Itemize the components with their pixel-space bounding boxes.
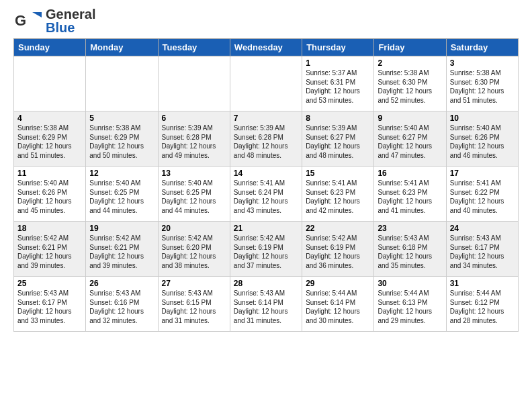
svg-text:G: G: [15, 12, 26, 29]
day-number: 22: [306, 224, 370, 233]
day-number: 13: [162, 169, 226, 178]
day-number: 17: [450, 169, 515, 178]
day-cell-8: 8Sunrise: 5:39 AM Sunset: 6:27 PM Daylig…: [302, 111, 374, 167]
day-number: 8: [306, 113, 370, 123]
day-number: 16: [378, 169, 442, 178]
day-cell-11: 11Sunrise: 5:40 AM Sunset: 6:26 PM Dayli…: [14, 167, 86, 222]
day-cell-15: 15Sunrise: 5:41 AM Sunset: 6:23 PM Dayli…: [302, 167, 374, 222]
day-cell-12: 12Sunrise: 5:40 AM Sunset: 6:25 PM Dayli…: [86, 167, 158, 222]
day-cell-30: 30Sunrise: 5:44 AM Sunset: 6:13 PM Dayli…: [374, 277, 446, 332]
day-content: Sunrise: 5:39 AM Sunset: 6:28 PM Dayligh…: [234, 124, 298, 160]
day-cell-27: 27Sunrise: 5:43 AM Sunset: 6:15 PM Dayli…: [158, 277, 230, 332]
day-cell-16: 16Sunrise: 5:41 AM Sunset: 6:23 PM Dayli…: [374, 167, 446, 222]
day-cell-14: 14Sunrise: 5:41 AM Sunset: 6:24 PM Dayli…: [230, 167, 302, 222]
day-number: 24: [450, 224, 515, 233]
day-number: 14: [234, 169, 298, 178]
week-row-3: 11Sunrise: 5:40 AM Sunset: 6:26 PM Dayli…: [14, 167, 519, 222]
day-content: Sunrise: 5:44 AM Sunset: 6:14 PM Dayligh…: [306, 289, 370, 325]
day-number: 9: [378, 113, 442, 123]
day-content: Sunrise: 5:41 AM Sunset: 6:24 PM Dayligh…: [234, 179, 298, 215]
day-content: Sunrise: 5:40 AM Sunset: 6:25 PM Dayligh…: [162, 179, 226, 215]
day-content: Sunrise: 5:40 AM Sunset: 6:26 PM Dayligh…: [450, 124, 515, 160]
day-number: 6: [162, 113, 226, 123]
logo-blue-text: Blue: [46, 20, 75, 35]
day-number: 21: [234, 224, 298, 233]
day-number: 26: [89, 279, 154, 288]
day-content: Sunrise: 5:41 AM Sunset: 6:22 PM Dayligh…: [450, 179, 515, 215]
day-cell-2: 2Sunrise: 5:38 AM Sunset: 6:30 PM Daylig…: [374, 56, 446, 111]
day-header-saturday: Saturday: [446, 39, 518, 56]
day-cell-13: 13Sunrise: 5:40 AM Sunset: 6:25 PM Dayli…: [158, 167, 230, 222]
day-number: 15: [306, 169, 370, 178]
day-cell-25: 25Sunrise: 5:43 AM Sunset: 6:17 PM Dayli…: [14, 277, 86, 332]
day-content: Sunrise: 5:43 AM Sunset: 6:17 PM Dayligh…: [450, 234, 515, 270]
day-number: 4: [17, 113, 82, 123]
day-number: 1: [306, 58, 370, 68]
day-header-tuesday: Tuesday: [158, 39, 230, 56]
day-number: 20: [162, 224, 226, 233]
day-content: Sunrise: 5:39 AM Sunset: 6:28 PM Dayligh…: [162, 124, 226, 160]
day-content: Sunrise: 5:44 AM Sunset: 6:13 PM Dayligh…: [378, 289, 442, 325]
day-number: 5: [89, 113, 154, 123]
day-cell-3: 3Sunrise: 5:38 AM Sunset: 6:30 PM Daylig…: [446, 56, 518, 111]
day-content: Sunrise: 5:42 AM Sunset: 6:21 PM Dayligh…: [89, 234, 154, 270]
day-content: Sunrise: 5:43 AM Sunset: 6:17 PM Dayligh…: [17, 289, 82, 325]
day-content: Sunrise: 5:42 AM Sunset: 6:20 PM Dayligh…: [162, 234, 226, 270]
logo-icon: G: [13, 7, 42, 35]
week-row-1: 1Sunrise: 5:37 AM Sunset: 6:31 PM Daylig…: [14, 56, 519, 111]
logo: G General Blue: [13, 7, 95, 35]
day-content: Sunrise: 5:41 AM Sunset: 6:23 PM Dayligh…: [378, 179, 442, 215]
day-content: Sunrise: 5:43 AM Sunset: 6:16 PM Dayligh…: [89, 289, 154, 325]
day-cell-10: 10Sunrise: 5:40 AM Sunset: 6:26 PM Dayli…: [446, 111, 518, 167]
day-cell-19: 19Sunrise: 5:42 AM Sunset: 6:21 PM Dayli…: [86, 222, 158, 277]
day-number: 11: [17, 169, 82, 178]
day-content: Sunrise: 5:41 AM Sunset: 6:23 PM Dayligh…: [306, 179, 370, 215]
day-number: 3: [450, 58, 515, 68]
day-cell-29: 29Sunrise: 5:44 AM Sunset: 6:14 PM Dayli…: [302, 277, 374, 332]
day-cell-24: 24Sunrise: 5:43 AM Sunset: 6:17 PM Dayli…: [446, 222, 518, 277]
svg-marker-1: [32, 12, 42, 17]
logo-general-text: General: [46, 7, 95, 21]
calendar-table: SundayMondayTuesdayWednesdayThursdayFrid…: [13, 38, 519, 332]
day-header-wednesday: Wednesday: [230, 39, 302, 56]
day-number: 2: [378, 58, 442, 68]
day-number: 12: [89, 169, 154, 178]
day-header-sunday: Sunday: [14, 39, 86, 56]
day-number: 29: [306, 279, 370, 288]
day-content: Sunrise: 5:40 AM Sunset: 6:26 PM Dayligh…: [17, 179, 82, 215]
day-content: Sunrise: 5:38 AM Sunset: 6:30 PM Dayligh…: [450, 68, 515, 105]
day-number: 31: [450, 279, 515, 288]
day-content: Sunrise: 5:43 AM Sunset: 6:18 PM Dayligh…: [378, 234, 442, 270]
day-number: 30: [378, 279, 442, 288]
week-row-5: 25Sunrise: 5:43 AM Sunset: 6:17 PM Dayli…: [14, 277, 519, 332]
day-cell-9: 9Sunrise: 5:40 AM Sunset: 6:27 PM Daylig…: [374, 111, 446, 167]
day-content: Sunrise: 5:37 AM Sunset: 6:31 PM Dayligh…: [306, 68, 370, 105]
day-content: Sunrise: 5:42 AM Sunset: 6:19 PM Dayligh…: [306, 234, 370, 270]
day-content: Sunrise: 5:40 AM Sunset: 6:27 PM Dayligh…: [378, 124, 442, 160]
week-row-2: 4Sunrise: 5:38 AM Sunset: 6:29 PM Daylig…: [14, 111, 519, 167]
day-cell-31: 31Sunrise: 5:44 AM Sunset: 6:12 PM Dayli…: [446, 277, 518, 332]
day-number: 19: [89, 224, 154, 233]
day-content: Sunrise: 5:40 AM Sunset: 6:25 PM Dayligh…: [89, 179, 154, 215]
day-content: Sunrise: 5:43 AM Sunset: 6:15 PM Dayligh…: [162, 289, 226, 325]
day-cell-28: 28Sunrise: 5:43 AM Sunset: 6:14 PM Dayli…: [230, 277, 302, 332]
day-cell-20: 20Sunrise: 5:42 AM Sunset: 6:20 PM Dayli…: [158, 222, 230, 277]
day-content: Sunrise: 5:42 AM Sunset: 6:19 PM Dayligh…: [234, 234, 298, 270]
day-cell-4: 4Sunrise: 5:38 AM Sunset: 6:29 PM Daylig…: [14, 111, 86, 167]
day-cell-18: 18Sunrise: 5:42 AM Sunset: 6:21 PM Dayli…: [14, 222, 86, 277]
day-content: Sunrise: 5:43 AM Sunset: 6:14 PM Dayligh…: [234, 289, 298, 325]
day-cell-1: 1Sunrise: 5:37 AM Sunset: 6:31 PM Daylig…: [302, 56, 374, 111]
day-number: 10: [450, 113, 515, 123]
day-number: 7: [234, 113, 298, 123]
day-content: Sunrise: 5:38 AM Sunset: 6:29 PM Dayligh…: [17, 124, 82, 160]
day-cell-22: 22Sunrise: 5:42 AM Sunset: 6:19 PM Dayli…: [302, 222, 374, 277]
day-content: Sunrise: 5:42 AM Sunset: 6:21 PM Dayligh…: [17, 234, 82, 270]
day-content: Sunrise: 5:38 AM Sunset: 6:29 PM Dayligh…: [89, 124, 154, 160]
week-row-4: 18Sunrise: 5:42 AM Sunset: 6:21 PM Dayli…: [14, 222, 519, 277]
day-header-monday: Monday: [86, 39, 158, 56]
day-cell-26: 26Sunrise: 5:43 AM Sunset: 6:16 PM Dayli…: [86, 277, 158, 332]
day-content: Sunrise: 5:44 AM Sunset: 6:12 PM Dayligh…: [450, 289, 515, 325]
day-cell-17: 17Sunrise: 5:41 AM Sunset: 6:22 PM Dayli…: [446, 167, 518, 222]
day-cell-21: 21Sunrise: 5:42 AM Sunset: 6:19 PM Dayli…: [230, 222, 302, 277]
empty-cell: [86, 56, 158, 111]
